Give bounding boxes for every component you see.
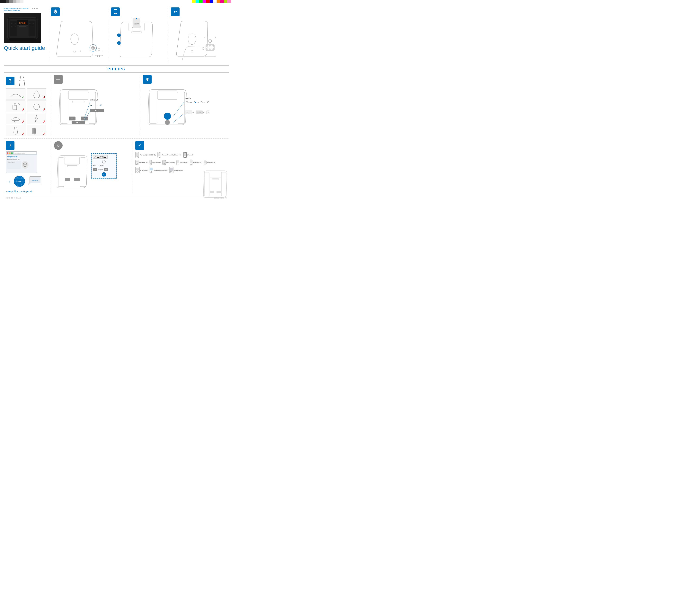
quick-start-title: Quick start guide: [4, 45, 47, 51]
svg-point-56: [202, 48, 204, 50]
warning-grid: ✓ ✗: [6, 88, 47, 136]
svg-rect-140: [80, 158, 86, 186]
svg-marker-79: [35, 115, 38, 122]
laptop-illustration: philips.com: [28, 175, 44, 188]
svg-rect-188: [210, 172, 221, 178]
water-icon: [30, 90, 44, 99]
header-row: Register your product and get support at…: [4, 7, 229, 66]
warning-header: ?: [6, 75, 49, 87]
svg-line-146: [104, 162, 105, 162]
color-bar: [227, 0, 231, 3]
iphone-icon: [157, 152, 161, 158]
clock-controls-box: ✗ 00:00:02 12H ⇄ 24H: [91, 153, 117, 179]
svg-rect-159: [136, 160, 138, 162]
info-section: i www.philips.com/support Philips Suppor…: [4, 141, 51, 193]
svg-text:OFF: OFF: [189, 102, 192, 103]
footer: AD700_IB3_F3_B.indb 1 5/3/2011 4:32:25 P…: [4, 196, 229, 200]
svg-point-13: [14, 25, 14, 25]
iphone-label: iPhone, iPhone 3G, iPhone 3GS: [162, 154, 181, 156]
nano2g-label: iPod nano 2G: [152, 162, 161, 163]
step3-icon: ↩: [171, 7, 179, 16]
svg-text:1: 1: [118, 34, 119, 36]
compat-item-ipod-touch: iPod touch(1G,2G,3G,4G): [135, 152, 155, 158]
time-adjust-label: adjust: [98, 169, 103, 171]
sleep-illustration: SLEEP OFF 15 30 ···: [143, 85, 209, 128]
svg-point-33: [92, 47, 94, 49]
confirm-icon[interactable]: ✓: [102, 172, 106, 177]
time-adjust-row: − adjust +: [93, 168, 115, 171]
svg-point-179: [137, 171, 138, 172]
electrical-icon: [30, 114, 44, 123]
svg-point-106: [186, 102, 188, 103]
svg-text:4:00: 4:00: [208, 112, 209, 113]
color-bar: [0, 0, 6, 3]
svg-text:15: 15: [197, 102, 199, 103]
svg-point-55: [191, 50, 193, 52]
svg-point-9: [14, 23, 14, 24]
svg-point-17: [14, 26, 14, 27]
svg-point-22: [33, 23, 33, 24]
24h-label: 24H: [100, 165, 104, 167]
svg-point-8: [12, 23, 13, 24]
support-link[interactable]: www.philips.com/support: [6, 190, 49, 193]
svg-text:🔈 ——— 🔊: 🔈 ——— 🔊: [90, 104, 102, 106]
rain-icon: [9, 114, 23, 123]
compat-row-1: iPod touch(1G,2G,3G,4G) iPhone, iPhone 3…: [135, 152, 226, 158]
svg-point-28: [71, 34, 78, 45]
svg-text:+: +: [83, 116, 85, 120]
phone-icon: [113, 9, 118, 14]
product-image: 12:38: [4, 13, 41, 43]
svg-point-187: [171, 172, 172, 172]
svg-point-161: [137, 164, 137, 164]
chemicals-icon: [30, 102, 44, 111]
step2-area: 4:00 12:00 1 2: [109, 7, 169, 63]
12h-label: 12H: [93, 165, 96, 167]
sleep-icon: ✱: [143, 75, 152, 84]
svg-rect-138: [65, 157, 79, 164]
svg-line-95: [84, 102, 90, 118]
svg-point-164: [150, 163, 151, 165]
svg-line-77: [14, 121, 15, 122]
svg-rect-157: [184, 152, 185, 153]
drip-icon: [9, 126, 23, 135]
svg-text:⏮ ⏸: ⏮ ⏸: [76, 121, 81, 123]
volume-illustration: − + ⏮ ⏸ VOLUME 🔈 ——— 🔊 ⏮ ⏸: [54, 85, 117, 128]
svg-point-25: [32, 25, 32, 25]
ipod-nano5g-icon: [190, 160, 193, 165]
svg-rect-177: [136, 167, 139, 170]
ipod-color-icon: [149, 167, 153, 173]
time-plus-btn[interactable]: +: [104, 168, 108, 171]
svg-point-182: [150, 171, 152, 173]
time-format-row: 12H ⇄ 24H: [93, 165, 115, 167]
nano3g-label: iPod nano 3G: [167, 162, 175, 163]
svg-rect-62: [212, 45, 214, 47]
register-text: Register your product and get support at…: [4, 7, 28, 11]
compat-item-ipod-video: iPod with video: [169, 167, 183, 173]
ipod-nano1g-icon: [135, 160, 139, 165]
svg-point-109: [195, 102, 196, 103]
register-link[interactable]: www.philips.com/welcome: [4, 10, 20, 11]
svg-point-11: [11, 25, 12, 25]
browser-min-btn: [9, 152, 10, 154]
svg-rect-100: [158, 91, 177, 100]
clock-icon: ○: [54, 141, 62, 150]
svg-point-149: [137, 156, 138, 157]
svg-text:www: www: [18, 181, 21, 182]
svg-point-12: [12, 25, 13, 25]
warning-item-rain: ✗: [6, 113, 25, 124]
step2-svg: 4:00 12:00 1 2: [111, 18, 166, 62]
time-minus-btn[interactable]: −: [93, 168, 97, 171]
color-bar: [224, 0, 227, 3]
browser-content: Philips Support Where can we help you? P…: [6, 155, 37, 170]
compatibility-section: ✓ iPod touch(1G,2G,3G,4G): [132, 141, 229, 193]
svg-line-76: [13, 121, 13, 122]
ipod-color-label: iPod with color display: [154, 170, 168, 171]
svg-line-115: [173, 102, 184, 116]
ipod-classic-label: iPod classic: [140, 170, 148, 171]
ipod-video-label: iPod with video: [174, 170, 183, 171]
time-display: ✗ 00:00:02: [93, 155, 107, 159]
svg-point-29: [74, 51, 75, 53]
compat-item-nano3g: iPod nano 3G: [162, 160, 175, 165]
svg-rect-136: [29, 184, 42, 185]
ipod-nano2g-icon: [149, 160, 152, 165]
